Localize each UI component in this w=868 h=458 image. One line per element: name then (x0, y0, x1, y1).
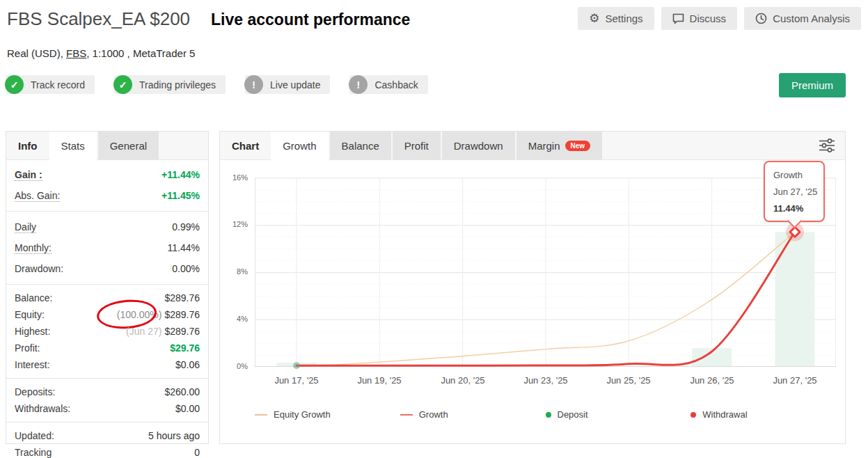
legend-deposit[interactable]: Deposit (546, 409, 691, 420)
info-panel: Info Stats General Gain : +11.44% Abs. G… (6, 131, 209, 444)
stat-value: 0.00% (172, 263, 200, 274)
badge-track-record[interactable]: ✓ Track record (6, 75, 95, 94)
settings-button[interactable]: ⚙ Settings (578, 7, 654, 30)
discuss-button[interactable]: Discuss (661, 7, 738, 30)
custom-analysis-button[interactable]: Custom Analysis (744, 7, 861, 30)
tooltip-value: 11.44% (773, 203, 815, 214)
legend-withdrawal[interactable]: Withdrawal (691, 409, 836, 420)
main-content: Info Stats General Gain : +11.44% Abs. G… (6, 131, 846, 444)
stat-label: Withdrawals: (15, 403, 70, 414)
badge-trading-privileges[interactable]: ✓ Trading privileges (114, 75, 226, 94)
tab-balance[interactable]: Balance (330, 132, 391, 159)
divider (6, 211, 208, 212)
account-leverage: , 1:1000 , MetaTrader 5 (86, 47, 195, 59)
legend-label: Growth (419, 409, 448, 420)
stat-row-gain: Gain : +11.44% (15, 164, 200, 185)
line-swatch-icon (400, 414, 413, 416)
stats-list: Gain : +11.44% Abs. Gain: +11.45% Daily … (6, 160, 208, 458)
badge-label: Track record (31, 79, 85, 90)
chart-tooltip: Growth Jun 27, '25 11.44% (764, 161, 825, 222)
stat-label[interactable]: Monthly: (15, 242, 52, 254)
stat-row-deposits: Deposits: $260.00 (15, 384, 200, 400)
chat-icon (672, 13, 684, 24)
tab-drawdown[interactable]: Drawdown (442, 132, 515, 159)
legend-growth[interactable]: Growth (400, 409, 546, 420)
divider (6, 284, 208, 285)
x-axis-tick: Jun 20, '25 (425, 375, 501, 386)
premium-button[interactable]: Premium (779, 73, 846, 97)
dot-swatch-icon (546, 412, 551, 418)
broker-link[interactable]: FBS (66, 47, 86, 59)
stat-row-tracking: Tracking 0 (15, 444, 200, 458)
x-axis-tick: Jun 27, '25 (757, 375, 833, 386)
y-axis-tick: 16% (220, 173, 248, 182)
stat-label: Tracking (15, 447, 52, 458)
chart-panel-title: Chart (220, 132, 271, 159)
stat-value: 5 hours ago (148, 430, 200, 441)
stat-row-monthly: Monthly: 11.44% (15, 237, 200, 258)
chart-settings-icon[interactable] (819, 138, 835, 156)
y-axis-tick: 4% (220, 315, 248, 323)
divider (6, 378, 208, 379)
exclamation-icon: ! (244, 75, 263, 94)
badge-label: Trading privileges (139, 79, 216, 90)
chart-canvas (255, 178, 836, 367)
line-swatch-icon (255, 414, 267, 416)
legend-label: Equity Growth (274, 409, 331, 420)
stat-value: (100.00%)$289.76 (117, 309, 200, 320)
stat-value: 11.44% (168, 242, 200, 253)
tab-profit[interactable]: Profit (393, 132, 441, 159)
tab-info[interactable]: Info (6, 132, 49, 159)
tab-growth[interactable]: Growth (271, 132, 328, 160)
check-icon: ✓ (5, 75, 24, 94)
discuss-button-label: Discuss (690, 13, 727, 24)
info-panel-tabs: Info Stats General (6, 132, 208, 160)
stat-label: Highest: (15, 326, 50, 337)
tab-margin-label: Margin (528, 140, 560, 152)
legend-equity-growth[interactable]: Equity Growth (255, 409, 400, 420)
stat-label[interactable]: Abs. Gain: (15, 190, 60, 202)
tooltip-date: Jun 27, '25 (773, 187, 815, 197)
stat-value: $0.06 (175, 359, 200, 370)
custom-analysis-button-label: Custom Analysis (773, 13, 850, 24)
account-title: FBS Scalpex_EA $200 (7, 8, 190, 30)
stat-value: $29.76 (170, 342, 200, 354)
gear-icon: ⚙ (589, 13, 599, 24)
chart-legend: Equity Growth Growth Deposit Withdrawal (255, 409, 836, 420)
badge-cashback[interactable]: ! Cashback (349, 75, 427, 94)
stat-label: Balance: (15, 292, 52, 303)
tab-stats[interactable]: Stats (49, 132, 97, 160)
account-type: Real (USD), (7, 47, 66, 59)
stat-row-abs-gain: Abs. Gain: +11.45% (15, 185, 200, 206)
stat-row-profit: Profit: $29.76 (15, 340, 200, 356)
x-axis-tick: Jun 25, '25 (590, 375, 667, 386)
stat-value: 0.99% (172, 221, 200, 232)
stat-label[interactable]: Gain : (15, 169, 42, 181)
tab-general[interactable]: General (98, 132, 159, 159)
equity-percent: (100.00%) (117, 309, 162, 320)
stat-label: Drawdown: (15, 263, 63, 274)
stat-label: Updated: (15, 430, 54, 441)
stat-value: $0.00 (175, 403, 200, 414)
divider (6, 422, 208, 423)
status-badges: ✓ Track record ✓ Trading privileges ! Li… (6, 75, 428, 94)
clock-icon (755, 13, 767, 24)
y-axis-tick: 0% (220, 362, 248, 370)
badge-live-update[interactable]: ! Live update (245, 75, 330, 94)
stat-label: Equity: (15, 309, 45, 320)
highest-amount: $289.76 (164, 326, 200, 337)
stat-row-highest: Highest: (Jun 27)$289.76 (15, 323, 200, 340)
page: FBS Scalpex_EA $200 Live account perform… (0, 0, 868, 458)
tab-margin[interactable]: Margin New (516, 132, 602, 159)
stat-label[interactable]: Daily (15, 221, 36, 233)
chart-panel: Chart Growth Balance Profit Drawdown Mar… (219, 131, 846, 444)
stat-label: Interest: (15, 359, 50, 370)
stat-row-withdrawals: Withdrawals: $0.00 (15, 400, 200, 417)
header: FBS Scalpex_EA $200 Live account perform… (7, 8, 410, 30)
plot-area[interactable]: Growth Jun 27, '25 11.44% (255, 178, 836, 367)
stat-value: (Jun 27)$289.76 (126, 326, 200, 337)
x-axis-tick: Jun 23, '25 (507, 375, 584, 386)
settings-button-label: Settings (605, 13, 642, 24)
x-axis-tick: Jun 17, '25 (258, 375, 335, 386)
badge-label: Live update (270, 79, 320, 90)
